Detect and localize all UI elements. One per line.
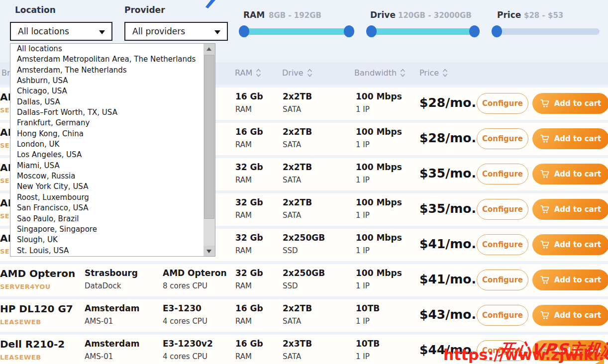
server-bandwidth: 10TB (356, 339, 380, 349)
server-drive: 2x3TB (283, 339, 312, 349)
header-bandwidth[interactable]: Bandwidth (354, 68, 405, 78)
scroll-down-icon[interactable] (203, 246, 215, 256)
location-option[interactable]: Moscow, Russia (10, 171, 203, 182)
location-option[interactable]: Singapore, Singapore (10, 224, 203, 235)
server-cpu-cores: 8 cores CPU (163, 281, 207, 290)
location-option[interactable]: Roost, Luxembourg (10, 192, 203, 203)
chevron-down-icon (214, 30, 220, 34)
server-price: $43/mo. (419, 307, 476, 322)
scrollbar-thumb[interactable] (204, 55, 214, 219)
server-ip-count: 1 IP (356, 105, 370, 114)
drive-slider-handle-max[interactable] (469, 25, 480, 37)
server-ram-unit: RAM (235, 317, 252, 326)
ram-slider-track[interactable] (241, 28, 352, 35)
location-option[interactable]: Slough, UK (10, 235, 203, 245)
sort-icon (256, 69, 261, 77)
location-option[interactable]: Amsterdam, The Netherlands (10, 65, 203, 76)
location-option[interactable]: London, UK (10, 139, 203, 150)
server-bandwidth: 10TB (356, 303, 380, 313)
server-drive: 2x250GB (283, 268, 325, 278)
server-ram-unit: RAM (235, 211, 252, 220)
location-option[interactable]: New York City, USA (10, 182, 203, 192)
server-price: $28/mo. (419, 95, 476, 110)
server-ram-unit: RAM (235, 246, 252, 255)
server-cpu: E3-1230v2 (163, 339, 213, 349)
location-select[interactable]: All locations (10, 22, 112, 41)
add-to-cart-label: Add to cart (554, 134, 602, 143)
server-ram-unit: RAM (235, 281, 252, 290)
add-to-cart-label: Add to cart (554, 99, 602, 108)
provider-select[interactable]: All providers (124, 22, 228, 41)
server-cpu-cores: 4 cores CPU (163, 317, 207, 326)
ram-slider-handle-min[interactable] (239, 25, 249, 37)
cart-icon (540, 240, 550, 249)
add-to-cart-button[interactable]: Add to cart (532, 305, 608, 326)
add-to-cart-button[interactable]: Add to cart (532, 234, 608, 255)
server-price: $41/mo. (419, 237, 476, 251)
provider-name: LEASEWEB (0, 318, 41, 326)
server-drive-type: SATA (283, 352, 301, 361)
configure-button[interactable]: Configure (477, 234, 528, 255)
server-drive: 2x2TB (283, 127, 312, 137)
configure-button[interactable]: Configure (477, 93, 528, 114)
server-drive-type: SSD (283, 281, 298, 290)
configure-button[interactable]: Configure (477, 199, 528, 220)
configure-button[interactable]: Configure (477, 270, 528, 290)
server-drive: 2x250GB (283, 233, 325, 243)
add-to-cart-label: Add to cart (554, 205, 602, 214)
server-drive-type: SATA (283, 211, 301, 220)
location-option[interactable]: All locations (10, 44, 203, 54)
server-ram: 32 Gb (235, 197, 263, 207)
scroll-up-icon[interactable] (203, 44, 215, 54)
location-option[interactable]: Los Angeles, USA (10, 150, 203, 160)
header-drive[interactable]: Drive (282, 68, 312, 78)
dropdown-scrollbar[interactable] (203, 44, 215, 256)
configure-button[interactable]: Configure (477, 305, 528, 326)
server-drive: 2x2TB (283, 162, 312, 172)
server-comparison-page: Location All locations Provider All prov… (0, 0, 608, 364)
add-to-cart-button[interactable]: Add to cart (532, 164, 608, 184)
location-option[interactable]: Miami, USA (10, 161, 203, 171)
location-option[interactable]: St. Louis, USA (10, 246, 203, 256)
location-option[interactable]: Dallas, USA (10, 97, 203, 107)
drive-slider-handle-min[interactable] (366, 25, 377, 37)
add-to-cart-button[interactable]: Add to cart (532, 93, 608, 114)
server-price: $41/mo. (419, 272, 476, 286)
location-option[interactable]: Dallas–Fort Worth, TX, USA (10, 107, 203, 118)
configure-button[interactable]: Configure (477, 164, 528, 184)
server-drive-type: SATA (283, 105, 301, 114)
server-ram-unit: RAM (235, 176, 252, 184)
configure-button[interactable]: Configure (477, 128, 528, 149)
server-ram-unit: RAM (235, 105, 252, 114)
location-option[interactable]: Amsterdam Metropolitan Area, The Netherl… (10, 54, 203, 65)
add-to-cart-button[interactable]: Add to cart (532, 128, 608, 149)
drive-slider-label: Drive (370, 10, 396, 20)
server-drive: 2x2TB (283, 303, 312, 313)
header-ram[interactable]: RAM (235, 68, 261, 78)
server-ram-unit: RAM (235, 352, 252, 361)
price-slider-handle-min[interactable] (492, 25, 502, 37)
header-price[interactable]: Price (419, 68, 448, 78)
ram-slider-handle-max[interactable] (344, 25, 354, 37)
server-ram: 16 Gb (235, 127, 263, 137)
location-option[interactable]: Chicago, USA (10, 86, 203, 96)
server-ram: 16 Gb (235, 91, 263, 101)
location-option[interactable]: Sao Paulo, Brazil (10, 214, 203, 224)
price-slider-track[interactable] (494, 28, 600, 35)
location-option[interactable]: Frankfurt, Germany (10, 118, 203, 128)
location-option[interactable]: San Francisco, USA (10, 203, 203, 213)
server-ram: 16 Gb (235, 339, 263, 349)
ram-slider-range: 8GB - 192GB (269, 11, 321, 20)
cart-icon (540, 99, 550, 108)
drive-slider-track[interactable] (368, 28, 478, 35)
cart-icon (540, 205, 550, 214)
server-ram-unit: RAM (235, 140, 252, 149)
price-slider-label: Price (497, 10, 521, 20)
location-option[interactable]: Ashburn, USA (10, 76, 203, 86)
provider-name: SERVER4YOU (0, 283, 51, 290)
sort-icon (307, 69, 312, 77)
location-option[interactable]: Hong Kong, China (10, 129, 203, 139)
add-to-cart-button[interactable]: Add to cart (532, 199, 608, 220)
sort-icon (442, 69, 448, 77)
add-to-cart-button[interactable]: Add to cart (532, 270, 608, 290)
